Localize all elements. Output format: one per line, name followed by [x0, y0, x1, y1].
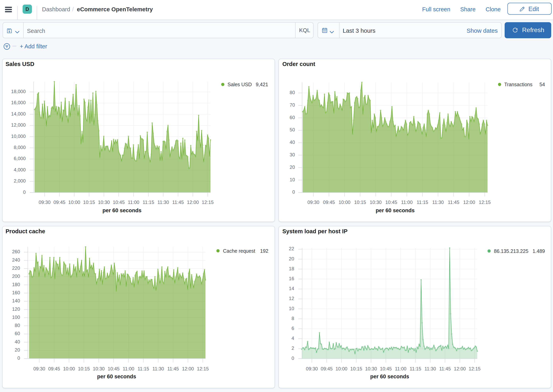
svg-text:120: 120 — [12, 306, 20, 312]
svg-text:10:15: 10:15 — [78, 366, 90, 371]
svg-text:192: 192 — [260, 248, 268, 254]
svg-text:09:30: 09:30 — [39, 200, 50, 205]
svg-text:Sales USD: Sales USD — [228, 82, 252, 87]
svg-text:10:30: 10:30 — [365, 366, 377, 371]
svg-text:11:15: 11:15 — [138, 366, 149, 371]
svg-text:11:00: 11:00 — [401, 200, 413, 205]
svg-text:11:15: 11:15 — [410, 366, 421, 371]
svg-text:11:15: 11:15 — [142, 200, 154, 205]
svg-text:20: 20 — [290, 164, 295, 170]
svg-text:10:30: 10:30 — [93, 366, 105, 371]
svg-text:140: 140 — [12, 298, 20, 303]
svg-text:09:45: 09:45 — [48, 366, 60, 371]
svg-text:50: 50 — [290, 127, 295, 132]
svg-text:10:15: 10:15 — [83, 200, 95, 205]
svg-text:40: 40 — [290, 140, 295, 145]
svg-text:2,000: 2,000 — [14, 178, 26, 183]
svg-text:12:00: 12:00 — [463, 200, 475, 205]
svg-text:18,000: 18,000 — [11, 89, 26, 94]
svg-text:6: 6 — [292, 326, 294, 331]
svg-text:per 60 seconds: per 60 seconds — [103, 208, 141, 213]
svg-text:Transactions: Transactions — [504, 82, 532, 87]
svg-text:20: 20 — [15, 347, 20, 353]
svg-text:12:15: 12:15 — [469, 366, 481, 371]
svg-text:12:15: 12:15 — [479, 200, 491, 205]
svg-text:10:00: 10:00 — [339, 200, 350, 205]
svg-text:18: 18 — [289, 266, 294, 271]
svg-text:per 60 seconds: per 60 seconds — [376, 208, 415, 213]
svg-text:11:30: 11:30 — [424, 366, 436, 371]
svg-text:11:30: 11:30 — [157, 200, 169, 205]
svg-text:09:45: 09:45 — [321, 366, 333, 371]
svg-text:10:45: 10:45 — [385, 200, 397, 205]
svg-text:10:30: 10:30 — [370, 200, 382, 205]
svg-text:09:30: 09:30 — [308, 200, 319, 205]
svg-text:12:15: 12:15 — [197, 366, 209, 371]
svg-text:16: 16 — [289, 276, 294, 281]
svg-text:11:30: 11:30 — [432, 200, 444, 205]
svg-text:0: 0 — [292, 189, 295, 195]
svg-text:per 60 seconds: per 60 seconds — [370, 374, 409, 379]
svg-text:10:00: 10:00 — [68, 200, 80, 205]
svg-text:12:00: 12:00 — [454, 366, 466, 371]
svg-text:11:00: 11:00 — [123, 366, 134, 371]
svg-text:0: 0 — [17, 355, 20, 361]
svg-text:09:45: 09:45 — [323, 200, 335, 205]
svg-text:8,000: 8,000 — [14, 145, 26, 150]
svg-text:10:00: 10:00 — [336, 366, 347, 371]
svg-text:10,000: 10,000 — [11, 133, 26, 139]
svg-text:10:45: 10:45 — [113, 200, 125, 205]
svg-text:70: 70 — [290, 102, 295, 108]
svg-text:40: 40 — [15, 339, 20, 344]
svg-text:11:00: 11:00 — [395, 366, 406, 371]
svg-text:20: 20 — [289, 256, 294, 261]
svg-text:12,000: 12,000 — [11, 122, 26, 128]
svg-text:260: 260 — [12, 249, 20, 254]
svg-text:11:45: 11:45 — [439, 366, 451, 371]
svg-text:10:00: 10:00 — [63, 366, 75, 371]
svg-text:80: 80 — [15, 323, 20, 328]
svg-text:12:00: 12:00 — [187, 200, 199, 205]
svg-text:16,000: 16,000 — [11, 100, 26, 105]
svg-text:80: 80 — [290, 90, 295, 95]
svg-text:12:15: 12:15 — [202, 200, 214, 205]
svg-text:100: 100 — [12, 315, 20, 320]
svg-text:9,421: 9,421 — [256, 82, 268, 87]
svg-text:30: 30 — [290, 152, 295, 157]
svg-text:14: 14 — [289, 286, 294, 291]
svg-text:220: 220 — [12, 265, 20, 271]
svg-text:10:45: 10:45 — [108, 366, 119, 371]
svg-text:10: 10 — [289, 306, 294, 311]
svg-text:22: 22 — [289, 246, 294, 251]
svg-text:09:30: 09:30 — [306, 366, 318, 371]
svg-text:60: 60 — [15, 331, 20, 336]
svg-text:10:45: 10:45 — [380, 366, 392, 371]
svg-text:86.135.213.225: 86.135.213.225 — [494, 248, 528, 254]
svg-text:4: 4 — [292, 336, 294, 341]
svg-text:4,000: 4,000 — [14, 167, 26, 172]
svg-text:54: 54 — [539, 82, 545, 87]
svg-text:09:30: 09:30 — [33, 366, 45, 371]
svg-text:200: 200 — [12, 273, 20, 279]
svg-text:10:15: 10:15 — [354, 200, 366, 205]
svg-text:2: 2 — [292, 345, 294, 351]
svg-text:160: 160 — [12, 290, 20, 295]
svg-text:Cache request: Cache request — [223, 248, 255, 254]
svg-text:1.489: 1.489 — [532, 248, 545, 254]
svg-text:12: 12 — [289, 296, 294, 301]
svg-text:0: 0 — [292, 356, 294, 361]
svg-text:10:15: 10:15 — [350, 366, 362, 371]
svg-text:60: 60 — [290, 115, 295, 120]
svg-text:11:45: 11:45 — [448, 200, 459, 205]
svg-text:0: 0 — [23, 189, 26, 195]
svg-text:8: 8 — [292, 316, 294, 321]
svg-text:14,000: 14,000 — [11, 111, 26, 117]
svg-text:09:45: 09:45 — [54, 200, 65, 205]
svg-text:11:00: 11:00 — [128, 200, 139, 205]
svg-text:11:15: 11:15 — [417, 200, 428, 205]
svg-text:240: 240 — [12, 257, 20, 263]
svg-text:per 60 seconds: per 60 seconds — [97, 374, 136, 379]
svg-text:11:45: 11:45 — [167, 366, 179, 371]
svg-text:11:45: 11:45 — [172, 200, 184, 205]
svg-text:11:30: 11:30 — [152, 366, 164, 371]
